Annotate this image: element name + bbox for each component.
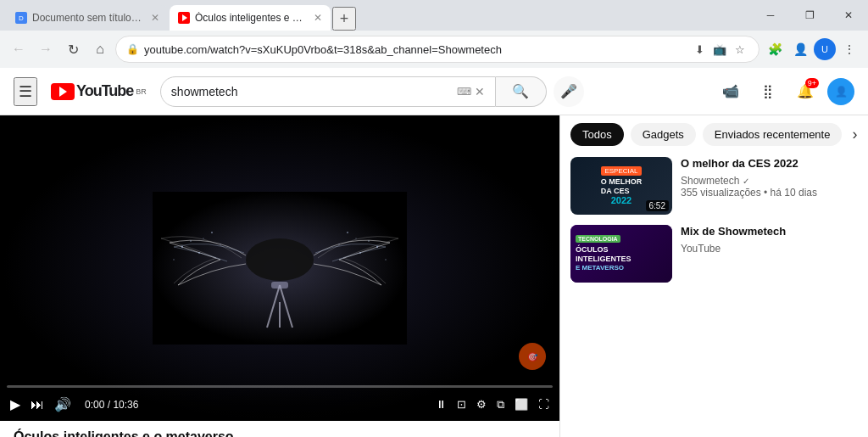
tab-doc-close[interactable]: ✕ — [151, 12, 159, 24]
yt-sidebar: Todos Gadgets Enviados recentemente › ES… — [559, 115, 868, 437]
doc-favicon: D — [15, 12, 27, 24]
svg-point-7 — [211, 232, 213, 233]
apps-icon: ⣿ — [763, 83, 773, 99]
card-channel-0: Showmetech ✓ — [681, 175, 858, 187]
yt-main: 🎯 ▶ ⏭ 🔊 0:00 / 10:36 — [0, 115, 868, 437]
svg-point-14 — [347, 232, 348, 233]
tab-yt[interactable]: Óculos inteligentes e o metaver... ✕ — [170, 5, 331, 31]
menu-icon[interactable]: ⋮ — [837, 37, 861, 61]
svg-point-15 — [338, 244, 339, 244]
settings-button[interactable]: ⚙ — [473, 395, 490, 414]
thumb-tag-0: ESPECIAL — [601, 166, 641, 176]
svg-point-10 — [368, 240, 370, 242]
screen-cast-icon: 📺 — [711, 41, 728, 58]
subtitles-toggle[interactable]: ⏸ — [432, 395, 450, 414]
filter-next-button[interactable]: › — [849, 122, 860, 147]
forward-button[interactable]: → — [34, 37, 58, 61]
yt-hamburger-button[interactable]: ☰ — [14, 77, 37, 106]
yt-user-avatar[interactable]: 👤 — [827, 78, 854, 105]
card-info-1: Mix de Showmetech YouTube — [681, 225, 858, 283]
search-button[interactable]: 🔍 — [496, 76, 547, 107]
yt-play-triangle — [59, 87, 67, 97]
card-title-1: Mix de Showmetech — [681, 225, 858, 239]
svg-point-9 — [376, 246, 378, 248]
voice-search-button[interactable]: 🎤 — [554, 76, 584, 107]
svg-point-11 — [359, 252, 361, 254]
user-photo: 👤 — [835, 86, 848, 98]
svg-point-6 — [203, 238, 203, 238]
refresh-button[interactable]: ↻ — [61, 37, 85, 61]
video-title: Óculos inteligentes e o metaverso — [0, 421, 559, 437]
verified-icon-0: ✓ — [743, 176, 749, 186]
tab-yt-close[interactable]: ✕ — [314, 12, 322, 24]
filter-todos[interactable]: Todos — [570, 123, 624, 146]
svg-point-5 — [173, 259, 175, 261]
yt-logo-br: BR — [136, 87, 147, 96]
minimize-button[interactable]: ─ — [751, 0, 790, 31]
theater-button[interactable]: ⬜ — [511, 395, 531, 414]
close-button[interactable]: ✕ — [829, 0, 868, 31]
notification-badge: 9+ — [805, 78, 819, 88]
time-display: 0:00 / 10:36 — [85, 399, 138, 411]
card-info-0: O melhor da CES 2022 Showmetech ✓ 355 vi… — [681, 157, 858, 215]
play-button[interactable]: ▶ — [7, 393, 24, 416]
home-button[interactable]: ⌂ — [88, 37, 112, 61]
svg-point-13 — [355, 238, 356, 238]
miniplayer-button[interactable]: ⧉ — [493, 395, 508, 415]
download-icon: ⬇ — [691, 41, 708, 58]
browser-user-avatar[interactable]: U — [814, 38, 836, 60]
create-icon: 📹 — [722, 83, 739, 99]
address-bar[interactable]: 🔒 youtube.com/watch?v=sXuKUp0Vrbo&t=318s… — [115, 36, 760, 63]
back-button[interactable]: ← — [7, 37, 31, 61]
yt-logo[interactable]: YouTube BR — [51, 82, 147, 100]
video-player[interactable]: 🎯 ▶ ⏭ 🔊 0:00 / 10:36 — [0, 115, 559, 421]
video-content — [0, 115, 559, 421]
extensions-icon[interactable]: 🧩 — [763, 37, 787, 61]
yt-search-box[interactable]: ⌨ ✕ — [160, 76, 496, 107]
profile-icon[interactable]: 👤 — [788, 37, 812, 61]
svg-point-2 — [181, 246, 183, 248]
sidebar-card-1[interactable]: TECNOLOGIA ÓCULOSINTELIGENTESE METAVERSO… — [570, 225, 858, 283]
filter-enviados[interactable]: Enviados recentemente — [703, 123, 843, 146]
yt-video-section: 🎯 ▶ ⏭ 🔊 0:00 / 10:36 — [0, 115, 559, 437]
watermark-icon: 🎯 — [519, 343, 546, 370]
keyboard-icon: ⌨ — [457, 86, 471, 98]
new-tab-button[interactable]: + — [332, 7, 356, 31]
star-icon[interactable]: ☆ — [732, 41, 748, 58]
sidebar-filters: Todos Gadgets Enviados recentemente › — [570, 122, 858, 147]
svg-point-3 — [190, 240, 192, 242]
fullscreen-button[interactable]: ⛶ — [535, 395, 553, 414]
search-input[interactable] — [171, 85, 457, 98]
notifications-button[interactable]: 🔔 9+ — [790, 76, 821, 107]
svg-point-1 — [246, 238, 314, 281]
svg-point-12 — [385, 259, 387, 261]
captions-button[interactable]: ⊡ — [453, 395, 470, 414]
create-button[interactable]: 📹 — [715, 76, 746, 107]
yt-search-wrap: ⌨ ✕ 🔍 🎤 — [160, 76, 584, 107]
card-meta-0: 355 visualizações • há 10 dias — [681, 187, 858, 199]
sidebar-card-0[interactable]: ESPECIAL O MELHORDA CES 2022 6:52 O melh… — [570, 157, 858, 215]
progress-bar[interactable] — [7, 385, 553, 388]
thumb-duration-0: 6:52 — [646, 200, 669, 211]
card-title-0: O melhor da CES 2022 — [681, 157, 858, 171]
thumb-text-1: ÓCULOSINTELIGENTESE METAVERSO — [576, 245, 632, 272]
thumbnail-1: TECNOLOGIA ÓCULOSINTELIGENTESE METAVERSO — [570, 225, 672, 283]
video-controls: ▶ ⏭ 🔊 0:00 / 10:36 ⏸ ⊡ ⚙ ⧉ ⬜ ⛶ — [0, 382, 559, 421]
next-button[interactable]: ⏭ — [27, 394, 47, 416]
svg-point-4 — [198, 252, 200, 254]
yt-favicon — [178, 12, 190, 24]
card-channel-1: YouTube — [681, 243, 858, 255]
tab-doc-label: Documento sem título - Docume... — [32, 12, 142, 24]
volume-button[interactable]: 🔊 — [51, 393, 75, 416]
yt-header: ☰ YouTube BR ⌨ ✕ 🔍 🎤 📹 ⣿ 🔔 — [0, 68, 868, 115]
maximize-button[interactable]: ❐ — [790, 0, 829, 31]
channel-watermark: 🎯 — [519, 343, 546, 370]
svg-rect-19 — [271, 282, 288, 289]
thumb-title-0: O MELHORDA CES — [601, 177, 643, 196]
filter-gadgets[interactable]: Gadgets — [631, 123, 696, 146]
thumb-year-0: 2022 — [611, 195, 632, 205]
thumb-tag2-1: TECNOLOGIA — [576, 235, 620, 243]
tab-doc[interactable]: D Documento sem título - Docume... ✕ — [7, 5, 168, 31]
search-clear-button[interactable]: ✕ — [475, 85, 485, 98]
apps-button[interactable]: ⣿ — [753, 76, 783, 107]
